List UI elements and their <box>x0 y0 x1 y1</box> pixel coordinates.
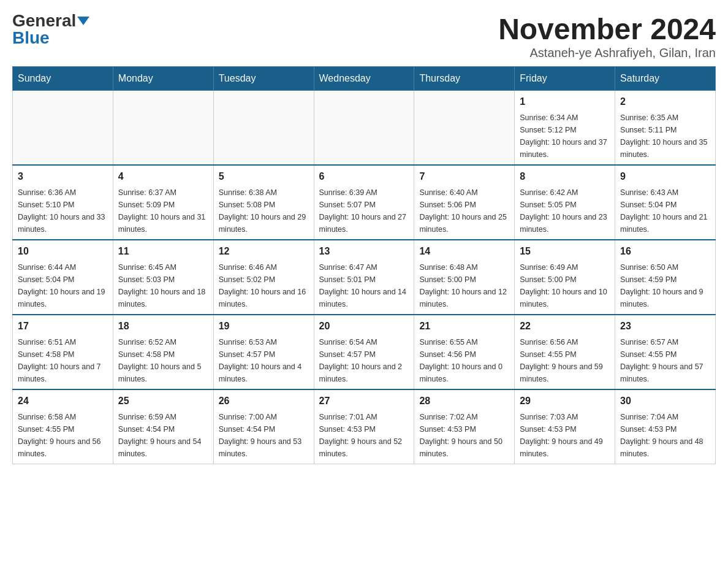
day-info: Sunrise: 6:51 AMSunset: 4:58 PMDaylight:… <box>18 336 108 385</box>
location-title: Astaneh-ye Ashrafiyeh, Gilan, Iran <box>498 46 716 60</box>
day-number: 10 <box>18 244 108 259</box>
day-number: 19 <box>219 319 309 334</box>
day-info: Sunrise: 7:03 AMSunset: 4:53 PMDaylight:… <box>520 411 610 460</box>
logo-triangle-icon <box>77 17 89 25</box>
day-number: 20 <box>319 319 409 334</box>
calendar-cell: 15Sunrise: 6:49 AMSunset: 5:00 PMDayligh… <box>515 240 615 315</box>
day-info: Sunrise: 7:00 AMSunset: 4:54 PMDaylight:… <box>219 411 309 460</box>
day-number: 6 <box>319 169 409 184</box>
calendar-cell: 22Sunrise: 6:56 AMSunset: 4:55 PMDayligh… <box>515 315 615 389</box>
day-number: 4 <box>118 169 208 184</box>
day-info: Sunrise: 6:54 AMSunset: 4:57 PMDaylight:… <box>319 336 409 385</box>
day-number: 16 <box>620 244 710 259</box>
day-number: 27 <box>319 394 409 408</box>
calendar-cell: 14Sunrise: 6:48 AMSunset: 5:00 PMDayligh… <box>414 240 515 315</box>
calendar-cell: 23Sunrise: 6:57 AMSunset: 4:55 PMDayligh… <box>615 315 716 389</box>
logo: General Blue <box>12 12 89 47</box>
day-info: Sunrise: 6:58 AMSunset: 4:55 PMDaylight:… <box>18 411 108 460</box>
day-info: Sunrise: 6:34 AMSunset: 5:12 PMDaylight:… <box>520 112 610 161</box>
calendar-cell: 30Sunrise: 7:04 AMSunset: 4:53 PMDayligh… <box>615 389 716 464</box>
day-number: 25 <box>118 394 208 408</box>
day-info: Sunrise: 6:47 AMSunset: 5:01 PMDaylight:… <box>319 261 409 310</box>
day-info: Sunrise: 6:45 AMSunset: 5:03 PMDaylight:… <box>118 261 208 310</box>
calendar-cell: 4Sunrise: 6:37 AMSunset: 5:09 PMDaylight… <box>113 165 213 240</box>
day-number: 12 <box>219 244 309 259</box>
day-number: 21 <box>419 319 509 334</box>
calendar-cell: 24Sunrise: 6:58 AMSunset: 4:55 PMDayligh… <box>13 389 113 464</box>
calendar-week-row: 3Sunrise: 6:36 AMSunset: 5:10 PMDaylight… <box>13 165 716 240</box>
day-number: 7 <box>419 169 509 184</box>
calendar-cell: 10Sunrise: 6:44 AMSunset: 5:04 PMDayligh… <box>13 240 113 315</box>
day-number: 18 <box>118 319 208 334</box>
calendar-cell: 13Sunrise: 6:47 AMSunset: 5:01 PMDayligh… <box>314 240 414 315</box>
day-number: 3 <box>18 169 108 184</box>
day-number: 22 <box>520 319 610 334</box>
calendar-week-row: 10Sunrise: 6:44 AMSunset: 5:04 PMDayligh… <box>13 240 716 315</box>
day-number: 1 <box>520 94 610 109</box>
calendar-cell: 26Sunrise: 7:00 AMSunset: 4:54 PMDayligh… <box>213 389 314 464</box>
calendar-cell: 25Sunrise: 6:59 AMSunset: 4:54 PMDayligh… <box>113 389 213 464</box>
day-number: 24 <box>18 394 108 408</box>
column-header-tuesday: Tuesday <box>213 67 314 91</box>
day-info: Sunrise: 6:52 AMSunset: 4:58 PMDaylight:… <box>118 336 208 385</box>
calendar-cell: 6Sunrise: 6:39 AMSunset: 5:07 PMDaylight… <box>314 165 414 240</box>
column-header-saturday: Saturday <box>615 67 716 91</box>
day-number: 2 <box>620 94 710 109</box>
day-number: 13 <box>319 244 409 259</box>
day-info: Sunrise: 7:04 AMSunset: 4:53 PMDaylight:… <box>620 411 710 460</box>
day-info: Sunrise: 6:50 AMSunset: 4:59 PMDaylight:… <box>620 261 710 310</box>
calendar-cell: 2Sunrise: 6:35 AMSunset: 5:11 PMDaylight… <box>615 91 716 166</box>
day-info: Sunrise: 6:46 AMSunset: 5:02 PMDaylight:… <box>219 261 309 310</box>
column-header-friday: Friday <box>515 67 615 91</box>
day-number: 30 <box>620 394 710 408</box>
logo-general-text: General <box>12 12 76 29</box>
day-info: Sunrise: 6:37 AMSunset: 5:09 PMDaylight:… <box>118 186 208 236</box>
calendar-cell: 9Sunrise: 6:43 AMSunset: 5:04 PMDaylight… <box>615 165 716 240</box>
day-info: Sunrise: 6:35 AMSunset: 5:11 PMDaylight:… <box>620 112 710 161</box>
day-number: 17 <box>18 319 108 334</box>
column-header-thursday: Thursday <box>414 67 515 91</box>
day-number: 26 <box>219 394 309 408</box>
calendar-cell: 7Sunrise: 6:40 AMSunset: 5:06 PMDaylight… <box>414 165 515 240</box>
calendar-cell: 29Sunrise: 7:03 AMSunset: 4:53 PMDayligh… <box>515 389 615 464</box>
calendar-cell: 5Sunrise: 6:38 AMSunset: 5:08 PMDaylight… <box>213 165 314 240</box>
calendar-cell: 28Sunrise: 7:02 AMSunset: 4:53 PMDayligh… <box>414 389 515 464</box>
day-number: 8 <box>520 169 610 184</box>
day-number: 5 <box>219 169 309 184</box>
title-section: November 2024 Astaneh-ye Ashrafiyeh, Gil… <box>498 12 716 60</box>
day-info: Sunrise: 6:55 AMSunset: 4:56 PMDaylight:… <box>419 336 509 385</box>
day-info: Sunrise: 6:44 AMSunset: 5:04 PMDaylight:… <box>18 261 108 310</box>
day-number: 11 <box>118 244 208 259</box>
column-header-sunday: Sunday <box>13 67 113 91</box>
calendar-cell <box>414 91 515 166</box>
calendar-cell: 17Sunrise: 6:51 AMSunset: 4:58 PMDayligh… <box>13 315 113 389</box>
day-info: Sunrise: 6:48 AMSunset: 5:00 PMDaylight:… <box>419 261 509 310</box>
day-number: 14 <box>419 244 509 259</box>
day-number: 15 <box>520 244 610 259</box>
page-header: General Blue November 2024 Astaneh-ye As… <box>12 12 716 60</box>
calendar-week-row: 24Sunrise: 6:58 AMSunset: 4:55 PMDayligh… <box>13 389 716 464</box>
calendar-week-row: 17Sunrise: 6:51 AMSunset: 4:58 PMDayligh… <box>13 315 716 389</box>
calendar-cell: 11Sunrise: 6:45 AMSunset: 5:03 PMDayligh… <box>113 240 213 315</box>
day-info: Sunrise: 6:36 AMSunset: 5:10 PMDaylight:… <box>18 186 108 236</box>
month-title: November 2024 <box>498 12 716 46</box>
day-info: Sunrise: 6:53 AMSunset: 4:57 PMDaylight:… <box>219 336 309 385</box>
calendar-cell: 27Sunrise: 7:01 AMSunset: 4:53 PMDayligh… <box>314 389 414 464</box>
day-number: 28 <box>419 394 509 408</box>
column-header-monday: Monday <box>113 67 213 91</box>
day-info: Sunrise: 6:57 AMSunset: 4:55 PMDaylight:… <box>620 336 710 385</box>
day-info: Sunrise: 6:43 AMSunset: 5:04 PMDaylight:… <box>620 186 710 236</box>
day-info: Sunrise: 6:39 AMSunset: 5:07 PMDaylight:… <box>319 186 409 236</box>
calendar-cell: 8Sunrise: 6:42 AMSunset: 5:05 PMDaylight… <box>515 165 615 240</box>
day-number: 29 <box>520 394 610 408</box>
calendar-cell: 3Sunrise: 6:36 AMSunset: 5:10 PMDaylight… <box>13 165 113 240</box>
calendar-cell: 18Sunrise: 6:52 AMSunset: 4:58 PMDayligh… <box>113 315 213 389</box>
day-info: Sunrise: 6:49 AMSunset: 5:00 PMDaylight:… <box>520 261 610 310</box>
calendar-cell <box>13 91 113 166</box>
logo-blue-text: Blue <box>12 29 50 47</box>
calendar-table: SundayMondayTuesdayWednesdayThursdayFrid… <box>12 66 716 464</box>
day-info: Sunrise: 6:59 AMSunset: 4:54 PMDaylight:… <box>118 411 208 460</box>
calendar-header-row: SundayMondayTuesdayWednesdayThursdayFrid… <box>13 67 716 91</box>
calendar-week-row: 1Sunrise: 6:34 AMSunset: 5:12 PMDaylight… <box>13 91 716 166</box>
calendar-cell: 16Sunrise: 6:50 AMSunset: 4:59 PMDayligh… <box>615 240 716 315</box>
